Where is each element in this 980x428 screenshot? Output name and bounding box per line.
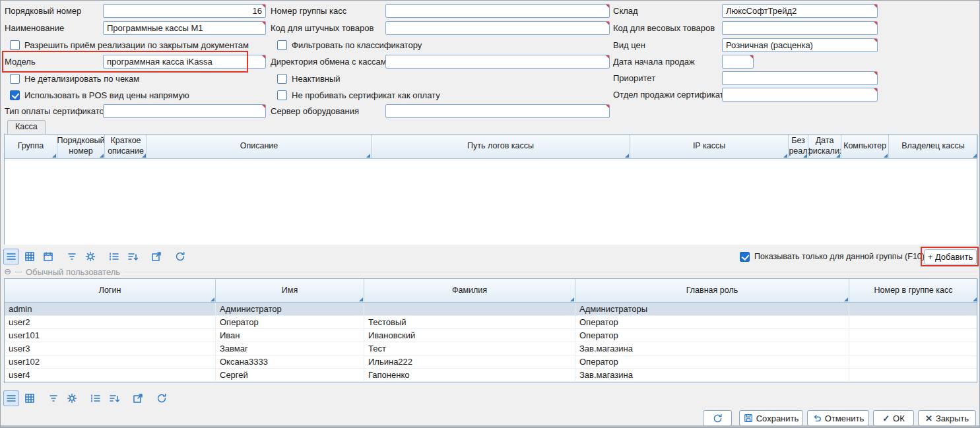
column-header-fiscal-date[interactable]: Дата фискализ (808, 135, 841, 158)
filter-icon[interactable] (64, 249, 80, 264)
list-view-icon[interactable] (3, 390, 19, 406)
group-number-input[interactable] (385, 4, 610, 18)
seq-number-value: 16 (104, 5, 265, 17)
model-value: программная касса iKassa (104, 55, 265, 68)
tab-kassa[interactable]: Касса (7, 120, 46, 134)
ok-button[interactable]: ✓ ОК (873, 410, 914, 426)
weight-code-input[interactable] (722, 21, 878, 35)
name-input[interactable]: Программные кассы М1 (103, 21, 266, 35)
equipment-server-input[interactable] (385, 104, 610, 118)
price-type-input[interactable]: Розничная (расценка) (722, 38, 878, 52)
table-row[interactable]: user102 Оксана3333 Ильина222 Оператор (5, 355, 977, 369)
gear-icon[interactable] (82, 249, 98, 264)
refresh-icon (713, 413, 723, 423)
cell-login: user3 (5, 342, 216, 355)
collapse-icon[interactable]: ⊖ (4, 267, 11, 276)
column-header-no-real[interactable]: Без реал (789, 135, 808, 158)
list-view-icon[interactable] (3, 249, 19, 264)
table-row[interactable]: admin Администратор Администраторы (5, 303, 977, 316)
numbered-list-icon[interactable] (106, 249, 122, 264)
cert-sales-dept-input[interactable] (722, 88, 878, 102)
cell-main-role: Оператор (575, 329, 849, 342)
column-header-seq-number[interactable]: Порядковый номер (57, 135, 105, 158)
cell-last-name: Ильина222 (364, 355, 575, 368)
cell-first-name: Иван (216, 329, 364, 342)
allow-closed-docs-label: Разрешить приём реализации по закрытым д… (24, 40, 249, 50)
table-row[interactable]: user4 Сергей Гапоненко Зав.магазина (5, 369, 977, 382)
close-icon: ✕ (925, 413, 932, 423)
cash-table-header-row: Группа Порядковый номер Краткое описание… (5, 135, 977, 159)
save-icon (744, 413, 753, 423)
use-pos-price-checkbox[interactable]: Использовать в POS вид цены напрямую (10, 89, 189, 101)
no-cert-as-payment-checkbox[interactable]: Не пробивать сертификат как оплату (277, 89, 440, 101)
priority-label: Приоритет (613, 71, 655, 85)
inactive-label: Неактивный (292, 74, 341, 84)
sort-list-icon[interactable] (106, 390, 122, 406)
cancel-button[interactable]: Отменить (807, 410, 869, 426)
add-button-label: + Добавить (928, 252, 973, 262)
piece-code-input[interactable] (385, 21, 610, 35)
checkbox-box-icon (10, 74, 20, 84)
column-header-owner[interactable]: Владелец кассы (889, 135, 978, 158)
cell-last-name: Тест (364, 342, 575, 355)
sales-start-date-input[interactable] (722, 55, 754, 69)
priority-input[interactable] (722, 71, 878, 85)
column-header-cash-group-number[interactable]: Номер в группе касс (849, 279, 978, 302)
column-header-short-desc[interactable]: Краткое описание (105, 135, 147, 158)
allow-closed-docs-checkbox[interactable]: Разрешить приём реализации по закрытым д… (10, 39, 249, 51)
user-section-header[interactable]: ⊖ Обычный пользователь (4, 266, 976, 277)
refresh-icon[interactable] (154, 390, 170, 406)
column-header-main-role[interactable]: Главная роль (575, 279, 849, 302)
column-header-last-name[interactable]: Фамилия (364, 279, 575, 302)
save-button[interactable]: Сохранить (739, 410, 803, 426)
checkbox-box-icon (10, 40, 20, 50)
cell-first-name: Оператор (216, 316, 364, 328)
column-header-group[interactable]: Группа (5, 135, 57, 158)
cell-last-name (364, 303, 575, 315)
open-external-icon[interactable] (148, 249, 164, 264)
cell-first-name: Завмаг (216, 342, 364, 355)
name-value: Программные кассы М1 (104, 22, 265, 34)
column-header-first-name[interactable]: Имя (216, 279, 364, 302)
cash-registers-table: Группа Порядковый номер Краткое описание… (4, 134, 977, 245)
no-detail-checks-label: Не детализировать по чекам (24, 74, 139, 84)
refresh-icon[interactable] (172, 249, 188, 264)
close-button[interactable]: ✕ Закрыть (918, 410, 976, 426)
calendar-icon[interactable] (40, 249, 56, 264)
cell-cash-group-number (849, 369, 978, 381)
table-row[interactable]: user3 Завмаг Тест Зав.магазина (5, 342, 977, 355)
model-label: Модель (5, 55, 36, 69)
refresh-button[interactable] (703, 410, 732, 426)
section-divider (15, 272, 22, 272)
seq-number-input[interactable]: 16 (103, 4, 266, 18)
inactive-checkbox[interactable]: Неактивный (277, 73, 341, 84)
table-row[interactable]: user101 Иван Ивановский Оператор (5, 329, 977, 342)
model-input[interactable]: программная касса iKassa (103, 55, 266, 69)
cell-main-role: Оператор (575, 355, 849, 368)
add-button[interactable]: + Добавить (924, 249, 977, 264)
show-only-group-checkbox[interactable]: Показывать только для данной группы (F10… (740, 251, 925, 262)
open-external-icon[interactable] (130, 390, 146, 406)
column-header-description[interactable]: Описание (147, 135, 372, 158)
grid-view-icon[interactable] (22, 390, 38, 406)
cert-payment-type-input[interactable] (103, 104, 266, 118)
sort-list-icon[interactable] (125, 249, 141, 264)
filter-icon[interactable] (46, 390, 61, 406)
column-header-ip[interactable]: IP кассы (630, 135, 789, 158)
sales-start-date-label: Дата начала продаж (613, 55, 695, 69)
numbered-list-icon[interactable] (88, 390, 104, 406)
warehouse-input[interactable]: ЛюксСофтТрейд2 (722, 4, 878, 18)
cell-first-name: Оксана3333 (216, 355, 364, 368)
table-row[interactable]: user2 Оператор Тестовый Оператор (5, 316, 977, 329)
column-header-log-path[interactable]: Путь логов кассы (372, 135, 630, 158)
column-header-computer[interactable]: Компьютер (841, 135, 889, 158)
grid-view-icon[interactable] (22, 249, 38, 264)
gear-icon[interactable] (64, 390, 80, 406)
exchange-dir-input[interactable] (385, 55, 610, 69)
cell-cash-group-number (849, 342, 978, 355)
no-detail-checks-checkbox[interactable]: Не детализировать по чекам (10, 73, 139, 84)
window-bottom-edge (1, 425, 979, 427)
filter-classifier-checkbox[interactable]: Фильтровать по классификатору (277, 39, 422, 51)
price-type-label: Вид цен (613, 38, 645, 52)
column-header-login[interactable]: Логин (5, 279, 216, 302)
